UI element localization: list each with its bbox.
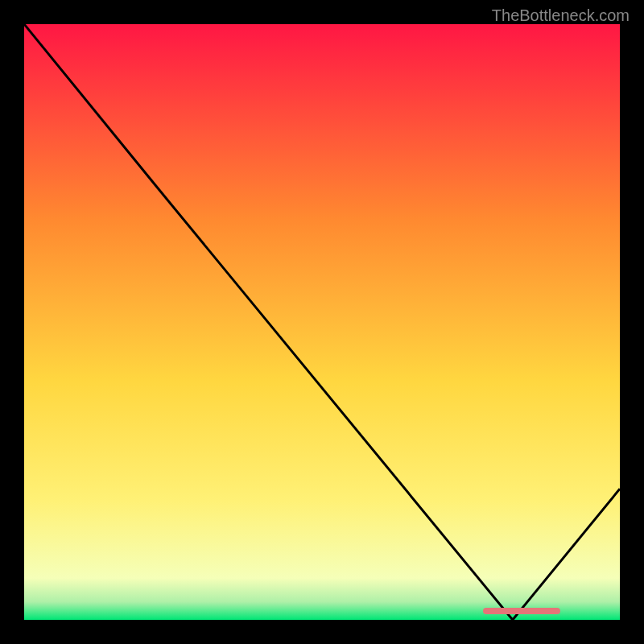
optimal-range-marker bbox=[483, 608, 560, 614]
bottleneck-curve bbox=[24, 24, 620, 620]
chart-container bbox=[24, 24, 620, 620]
watermark: TheBottleneck.com bbox=[492, 6, 630, 25]
